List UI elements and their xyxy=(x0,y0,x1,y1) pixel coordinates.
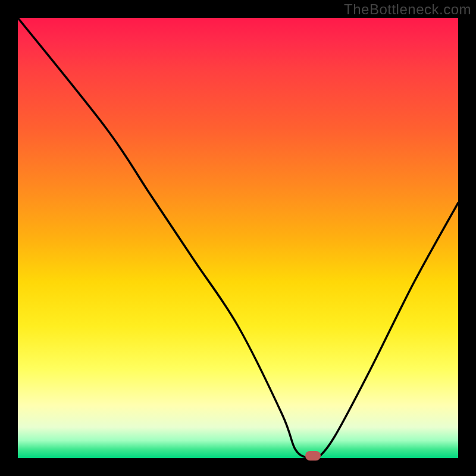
plot-area xyxy=(18,18,458,458)
watermark-text: TheBottleneck.com xyxy=(344,1,471,18)
bottleneck-curve xyxy=(18,18,458,458)
optimal-marker xyxy=(305,451,321,461)
